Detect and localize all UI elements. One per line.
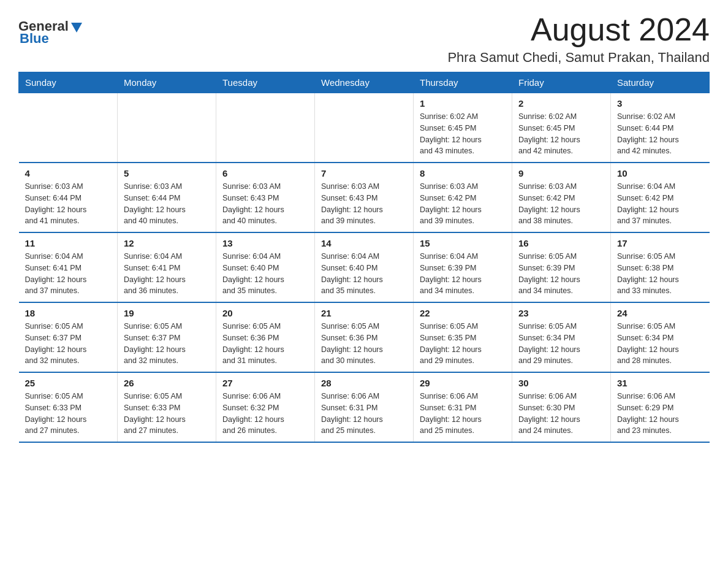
day-info: Sunrise: 6:03 AM Sunset: 6:44 PM Dayligh… [25,181,112,227]
day-info: Sunrise: 6:04 AM Sunset: 6:40 PM Dayligh… [222,251,308,297]
day-info: Sunrise: 6:05 AM Sunset: 6:34 PM Dayligh… [518,321,604,367]
calendar-cell [118,93,216,163]
calendar-cell: 1Sunrise: 6:02 AM Sunset: 6:45 PM Daylig… [414,93,512,163]
calendar-week-row: 18Sunrise: 6:05 AM Sunset: 6:37 PM Dayli… [19,302,710,372]
logo-triangle-icon [70,20,83,34]
calendar-cell: 27Sunrise: 6:06 AM Sunset: 6:32 PM Dayli… [216,372,315,442]
day-number: 7 [321,168,407,178]
day-info: Sunrise: 6:06 AM Sunset: 6:31 PM Dayligh… [420,391,506,437]
day-info: Sunrise: 6:04 AM Sunset: 6:41 PM Dayligh… [124,251,210,297]
day-info: Sunrise: 6:03 AM Sunset: 6:44 PM Dayligh… [124,181,210,227]
calendar-cell: 5Sunrise: 6:03 AM Sunset: 6:44 PM Daylig… [118,163,216,232]
day-number: 29 [420,378,506,388]
day-info: Sunrise: 6:05 AM Sunset: 6:37 PM Dayligh… [124,321,210,367]
day-number: 28 [321,378,407,388]
calendar-cell: 14Sunrise: 6:04 AM Sunset: 6:40 PM Dayli… [315,232,414,302]
calendar-week-row: 4Sunrise: 6:03 AM Sunset: 6:44 PM Daylig… [19,163,710,232]
calendar-cell: 28Sunrise: 6:06 AM Sunset: 6:31 PM Dayli… [315,372,414,442]
calendar-cell: 12Sunrise: 6:04 AM Sunset: 6:41 PM Dayli… [118,232,216,302]
day-info: Sunrise: 6:06 AM Sunset: 6:32 PM Dayligh… [222,391,308,437]
day-info: Sunrise: 6:02 AM Sunset: 6:44 PM Dayligh… [617,111,703,157]
day-info: Sunrise: 6:05 AM Sunset: 6:37 PM Dayligh… [25,321,112,367]
day-info: Sunrise: 6:04 AM Sunset: 6:41 PM Dayligh… [25,251,112,297]
day-number: 2 [518,98,604,109]
day-info: Sunrise: 6:06 AM Sunset: 6:31 PM Dayligh… [321,391,407,437]
day-info: Sunrise: 6:05 AM Sunset: 6:33 PM Dayligh… [124,391,210,437]
day-number: 15 [420,238,506,248]
calendar-week-row: 25Sunrise: 6:05 AM Sunset: 6:33 PM Dayli… [19,372,710,442]
day-number: 25 [25,378,112,388]
day-info: Sunrise: 6:06 AM Sunset: 6:29 PM Dayligh… [617,391,703,437]
calendar-cell: 2Sunrise: 6:02 AM Sunset: 6:45 PM Daylig… [512,93,611,163]
calendar-cell: 24Sunrise: 6:05 AM Sunset: 6:34 PM Dayli… [611,302,710,372]
day-number: 4 [25,168,112,178]
calendar-cell: 26Sunrise: 6:05 AM Sunset: 6:33 PM Dayli… [118,372,216,442]
day-number: 11 [25,238,112,248]
day-info: Sunrise: 6:03 AM Sunset: 6:42 PM Dayligh… [420,181,506,227]
calendar-cell: 17Sunrise: 6:05 AM Sunset: 6:38 PM Dayli… [611,232,710,302]
day-number: 20 [222,308,308,318]
day-of-week-header: Wednesday [315,72,414,93]
day-number: 5 [124,168,210,178]
day-info: Sunrise: 6:03 AM Sunset: 6:43 PM Dayligh… [321,181,407,227]
logo: General Blue [18,18,83,47]
day-info: Sunrise: 6:05 AM Sunset: 6:38 PM Dayligh… [617,251,703,297]
day-info: Sunrise: 6:03 AM Sunset: 6:42 PM Dayligh… [518,181,604,227]
calendar-cell: 11Sunrise: 6:04 AM Sunset: 6:41 PM Dayli… [19,232,118,302]
day-number: 16 [518,238,604,248]
month-title: August 2024 [447,12,710,47]
day-number: 19 [124,308,210,318]
day-number: 10 [617,168,703,178]
calendar-cell: 7Sunrise: 6:03 AM Sunset: 6:43 PM Daylig… [315,163,414,232]
calendar-cell: 13Sunrise: 6:04 AM Sunset: 6:40 PM Dayli… [216,232,315,302]
calendar-cell: 31Sunrise: 6:06 AM Sunset: 6:29 PM Dayli… [611,372,710,442]
calendar-cell [216,93,315,163]
day-info: Sunrise: 6:05 AM Sunset: 6:34 PM Dayligh… [617,321,703,367]
day-number: 22 [420,308,506,318]
day-info: Sunrise: 6:02 AM Sunset: 6:45 PM Dayligh… [518,111,604,157]
day-info: Sunrise: 6:02 AM Sunset: 6:45 PM Dayligh… [420,111,506,157]
day-number: 27 [222,378,308,388]
calendar-cell: 6Sunrise: 6:03 AM Sunset: 6:43 PM Daylig… [216,163,315,232]
svg-marker-0 [71,23,82,33]
day-info: Sunrise: 6:03 AM Sunset: 6:43 PM Dayligh… [222,181,308,227]
calendar-cell: 30Sunrise: 6:06 AM Sunset: 6:30 PM Dayli… [512,372,611,442]
day-number: 24 [617,308,703,318]
day-of-week-header: Saturday [611,72,710,93]
day-number: 26 [124,378,210,388]
calendar-cell: 19Sunrise: 6:05 AM Sunset: 6:37 PM Dayli… [118,302,216,372]
day-info: Sunrise: 6:05 AM Sunset: 6:36 PM Dayligh… [222,321,308,367]
calendar-cell: 23Sunrise: 6:05 AM Sunset: 6:34 PM Dayli… [512,302,611,372]
calendar-cell: 29Sunrise: 6:06 AM Sunset: 6:31 PM Dayli… [414,372,512,442]
day-info: Sunrise: 6:04 AM Sunset: 6:42 PM Dayligh… [617,181,703,227]
day-of-week-header: Tuesday [216,72,315,93]
calendar-cell: 8Sunrise: 6:03 AM Sunset: 6:42 PM Daylig… [414,163,512,232]
day-of-week-header: Monday [118,72,216,93]
day-info: Sunrise: 6:05 AM Sunset: 6:35 PM Dayligh… [420,321,506,367]
day-number: 17 [617,238,703,248]
day-info: Sunrise: 6:04 AM Sunset: 6:40 PM Dayligh… [321,251,407,297]
day-info: Sunrise: 6:05 AM Sunset: 6:39 PM Dayligh… [518,251,604,297]
title-section: August 2024 Phra Samut Chedi, Samut Prak… [447,12,710,66]
day-number: 1 [420,98,506,109]
day-number: 6 [222,168,308,178]
calendar-table: SundayMondayTuesdayWednesdayThursdayFrid… [18,72,710,443]
day-number: 8 [420,168,506,178]
day-number: 9 [518,168,604,178]
calendar-cell: 4Sunrise: 6:03 AM Sunset: 6:44 PM Daylig… [19,163,118,232]
day-number: 3 [617,98,703,109]
calendar-cell: 10Sunrise: 6:04 AM Sunset: 6:42 PM Dayli… [611,163,710,232]
calendar-week-row: 11Sunrise: 6:04 AM Sunset: 6:41 PM Dayli… [19,232,710,302]
location-subtitle: Phra Samut Chedi, Samut Prakan, Thailand [447,50,710,66]
day-info: Sunrise: 6:05 AM Sunset: 6:36 PM Dayligh… [321,321,407,367]
calendar-cell: 25Sunrise: 6:05 AM Sunset: 6:33 PM Dayli… [19,372,118,442]
calendar-header-row: SundayMondayTuesdayWednesdayThursdayFrid… [19,72,710,93]
calendar-cell [315,93,414,163]
day-number: 31 [617,378,703,388]
calendar-cell: 20Sunrise: 6:05 AM Sunset: 6:36 PM Dayli… [216,302,315,372]
day-of-week-header: Sunday [19,72,118,93]
calendar-cell [19,93,118,163]
calendar-cell: 15Sunrise: 6:04 AM Sunset: 6:39 PM Dayli… [414,232,512,302]
day-of-week-header: Friday [512,72,611,93]
calendar-week-row: 1Sunrise: 6:02 AM Sunset: 6:45 PM Daylig… [19,93,710,163]
